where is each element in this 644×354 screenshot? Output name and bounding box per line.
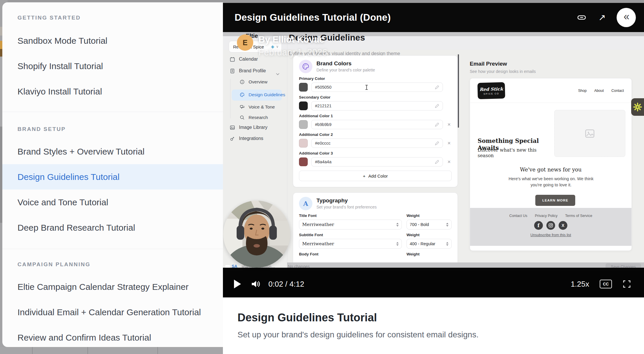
color-input-secondary[interactable]: #212121 [311,101,443,111]
field-label: Weight [407,233,452,237]
instagram-icon [546,221,555,230]
tutorial-sidebar: GETTING STARTED Sandbox Mode Tutorial Sh… [2,2,223,347]
plug-icon [230,136,235,141]
section-title-brand-setup: BRAND SETUP [17,126,66,132]
app-nav-integrations: Integrations [230,136,263,141]
brand-colors-card: Brand Colors Define your brand's color p… [293,55,458,187]
nav-indent-line [230,79,230,118]
brand-colors-title: Brand Colors [316,60,375,67]
panel-title: Design Guidelines Tutorial (Done) [235,12,391,23]
collapse-panel-button[interactable]: « [617,8,636,27]
sidebar-item-shopify-install[interactable]: Shopify Install Tutorial [2,53,223,79]
brand-logo-badge: Red Stick SPICE CO [477,82,505,99]
tutorial-details: Design Guidelines Tutorial Set up your b… [223,297,644,354]
play-button[interactable] [234,280,241,288]
color-swatch[interactable] [299,83,308,92]
image-placeholder [554,110,625,157]
sidebar-item-campaign-calendar-strategy[interactable]: Eltie Campaign Calendar Strategy Explain… [2,274,223,299]
tutorial-detail-panel: Design Guidelines Tutorial (Done) ↗ « El… [223,3,644,354]
content-scrollbar[interactable] [458,54,459,128]
time-display: 0:02 / 4:12 [268,280,304,289]
volume-button[interactable] [251,280,261,288]
edit-pencil-icon[interactable] [435,104,439,108]
footer-link-terms: Terms of Service [565,214,592,218]
color-input-primary[interactable]: #505050 [311,83,443,92]
fullscreen-button[interactable] [622,280,631,288]
sidebar-item-individual-email-generation[interactable]: Individual Email + Calendar Generation T… [2,299,223,325]
text-cursor [366,85,367,90]
field-label: Weight [407,213,452,218]
copy-link-button[interactable] [576,12,587,23]
section-divider [2,112,223,112]
sidebar-item-deep-brand-research[interactable]: Deep Brand Research Tutorial [2,215,223,240]
panel-header: Design Guidelines Tutorial (Done) ↗ « [223,3,644,32]
starburst-icon [633,102,643,112]
email-news-body: Here's what we've been working on. We th… [504,176,598,188]
color-input-additional-1[interactable]: #b9b9b9 [311,120,443,129]
color-input-additional-2[interactable]: #e0cccc [311,139,443,148]
image-icon [230,125,235,130]
section-title-campaign-planning: CAMPAIGN PLANNING [17,261,91,268]
video-stage[interactable]: Eltie Red Stick Spice ◈ ∨ E By Elliot Ko… [223,32,644,271]
open-external-button[interactable]: ↗ [596,12,608,23]
remove-color-button[interactable]: × [446,121,452,128]
speaker-icon [251,280,261,288]
sidebar-item-brand-styles-overview[interactable]: Brand Styles + Overview Tutorial [2,139,223,164]
title-font-select[interactable]: Merriweather [299,220,402,229]
field-label: Body Font [299,252,402,256]
email-nav-about: About [594,89,604,93]
building-icon [230,69,235,73]
sidebar-item-review-confirm-ideas[interactable]: Review and Confirm Ideas Tutorial [2,325,223,350]
color-swatch[interactable] [299,157,308,166]
select-updown-icon [396,223,399,227]
field-label: Weight [407,252,452,256]
footer-link-contact-us: Contact Us [509,214,527,218]
edit-pencil-icon[interactable] [435,122,439,127]
arrow-up-right-icon: ↗ [598,13,606,22]
field-label: Additional Color 1 [299,114,452,118]
stage-bottom-edge [223,268,644,271]
remove-color-button[interactable]: × [446,159,452,165]
chat-icon [240,105,244,109]
info-icon [240,80,244,84]
section-divider [2,249,223,249]
palette-icon [299,60,312,73]
title-weight-select[interactable]: 700 - Bold [407,220,452,229]
edit-pencil-icon[interactable] [435,160,439,164]
facebook-icon: f [534,221,543,230]
edit-pencil-icon[interactable] [435,85,439,90]
remove-color-button[interactable]: × [446,140,452,146]
typography-title: Typography [316,197,377,204]
playback-speed-button[interactable]: 1.25x [571,280,589,289]
color-swatch[interactable] [299,101,308,110]
app-nav-design-guidelines: Design Guidelines [240,92,285,97]
add-color-button[interactable]: + Add Color [299,171,452,181]
learn-more-button[interactable]: LEARN MORE [535,195,575,206]
section-title-getting-started: GETTING STARTED [17,15,81,21]
color-swatch[interactable] [299,139,308,148]
select-updown-icon [446,223,448,227]
field-label: Title Font [299,213,402,218]
email-preview-card: Red Stick SPICE CO Shop About Contact So… [470,78,632,251]
sidebar-item-voice-and-tone[interactable]: Voice and Tone Tutorial [2,190,223,215]
app-nav-brand-profile: Brand Profile [230,68,266,73]
captions-button[interactable]: CC [600,280,612,288]
field-label: Subtitle Font [299,233,402,237]
edit-pencil-icon[interactable] [435,141,439,146]
color-input-additional-3[interactable]: #8a4a4a [311,157,443,167]
sidebar-item-klaviyo-install[interactable]: Klaviyo Install Tutorial [2,79,223,104]
email-subheadline: Discover what's new this season [478,147,550,158]
subtitle-font-select[interactable]: Merriweather [299,239,402,249]
app-nav-image-library: Image Library [230,125,268,130]
email-preview-subtitle: See how your design looks in emails [470,69,536,74]
presenter-avatar: E [237,34,253,51]
sidebar-item-sandbox-mode[interactable]: Sandbox Mode Tutorial [2,28,223,53]
select-updown-icon [396,242,399,246]
sidebar-item-design-guidelines[interactable]: Design Guidelines Tutorial [2,164,223,190]
subtitle-weight-select[interactable]: 400 - Regular [407,239,452,249]
video-date-overlay: February 1, 2026 [258,47,327,58]
app-nav-research: Research [240,115,268,120]
assistant-widget-button[interactable] [631,98,644,116]
color-swatch[interactable] [299,120,308,129]
presenter-webcam-bubble [223,201,290,268]
